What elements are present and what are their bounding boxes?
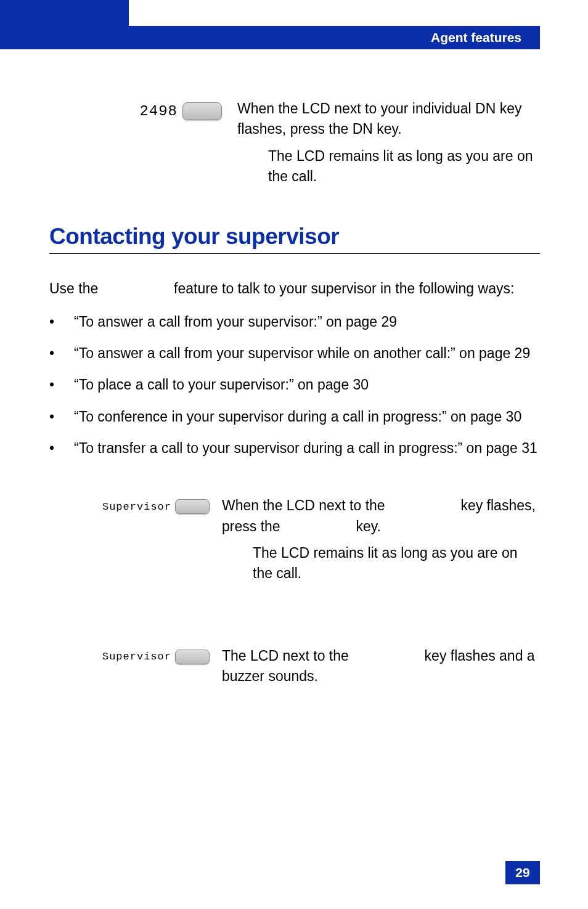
step-supervisor-answer: Supervisor When the LCD next to the key … bbox=[49, 495, 540, 584]
soft-key-icon bbox=[182, 102, 222, 120]
toc-item: “To transfer a call to your supervisor d… bbox=[49, 438, 540, 459]
section-heading: Contacting your supervisor bbox=[49, 224, 540, 254]
page-number: 29 bbox=[505, 861, 540, 884]
page-number-value: 29 bbox=[515, 865, 529, 880]
key-col: Supervisor bbox=[49, 495, 222, 514]
text-part: The LCD next to the bbox=[222, 648, 353, 664]
soft-key-icon bbox=[175, 499, 210, 514]
step-text: The LCD next to the key flashes and a bu… bbox=[222, 646, 540, 687]
text-part: When the LCD next to the bbox=[222, 497, 389, 513]
step-instruction: The LCD next to the key flashes and a bu… bbox=[222, 646, 540, 687]
step-instruction: When the LCD next to your individual DN … bbox=[237, 99, 540, 140]
toc-item: “To conference in your supervisor during… bbox=[49, 407, 540, 427]
key-label-supervisor: Supervisor bbox=[102, 651, 171, 662]
step-dn-key: 2498 When the LCD next to your individua… bbox=[49, 99, 540, 187]
step-instruction: When the LCD next to the key flashes, pr… bbox=[222, 495, 540, 537]
side-bar bbox=[0, 0, 129, 49]
step-text: When the LCD next to your individual DN … bbox=[237, 99, 540, 187]
toc-item: “To answer a call from your supervisor w… bbox=[49, 343, 540, 364]
toc-list: “To answer a call from your supervisor:”… bbox=[49, 312, 540, 459]
page: Agent features 2498 When the LCD next to… bbox=[0, 0, 588, 909]
key-col: 2498 bbox=[49, 99, 237, 120]
step-note: The LCD remains lit as long as you are o… bbox=[237, 146, 540, 187]
intro-paragraph: Use the feature to talk to your supervis… bbox=[49, 279, 540, 299]
soft-key-icon bbox=[175, 650, 210, 664]
intro-pre: Use the bbox=[49, 280, 102, 296]
toc-item: “To place a call to your supervisor:” on… bbox=[49, 375, 540, 395]
key-col: Supervisor bbox=[49, 646, 222, 664]
step-note: The LCD remains lit as long as you are o… bbox=[222, 543, 540, 584]
key-label-supervisor: Supervisor bbox=[102, 501, 171, 513]
spacer bbox=[49, 609, 540, 646]
key-label-dn: 2498 bbox=[139, 103, 178, 120]
header-title: Agent features bbox=[431, 30, 521, 45]
toc-item: “To answer a call from your supervisor:”… bbox=[49, 312, 540, 332]
content-area: 2498 When the LCD next to your individua… bbox=[49, 99, 540, 712]
header-bar: Agent features bbox=[129, 26, 540, 49]
step-supervisor-flash: Supervisor The LCD next to the key flash… bbox=[49, 646, 540, 687]
text-part: key. bbox=[352, 518, 381, 534]
intro-post: feature to talk to your supervisor in th… bbox=[170, 280, 515, 296]
step-text: When the LCD next to the key flashes, pr… bbox=[222, 495, 540, 584]
